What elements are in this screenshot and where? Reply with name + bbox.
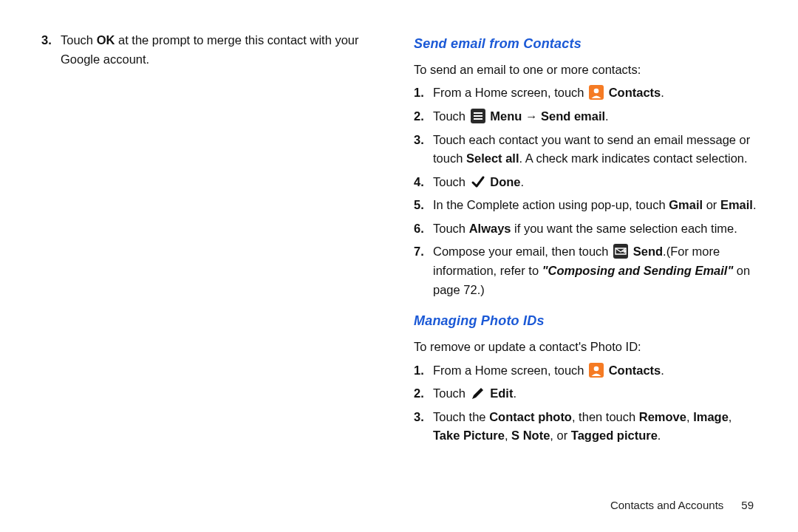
- email-intro: To send an email to one or more contacts…: [414, 61, 757, 80]
- photo-step-3: 3. Touch the Contact photo, then touch R…: [414, 408, 757, 446]
- step-text: Compose your email, then touch Send.(For…: [433, 245, 750, 296]
- step-pre: Touch: [433, 222, 469, 235]
- email-step-6: 6. Touch Always if you want the same sel…: [414, 219, 757, 239]
- email-step-4: 4. Touch Done.: [414, 173, 757, 192]
- step-text: From a Home screen, touch Contacts.: [433, 86, 664, 99]
- step-text: Touch Done.: [433, 175, 524, 188]
- step-text: Touch Menu → Send email.: [433, 109, 609, 123]
- step-post: .: [753, 198, 757, 211]
- step-post: if you want the same selection each time…: [511, 222, 737, 235]
- step-number: 3.: [414, 408, 424, 427]
- ok-label: OK: [97, 33, 115, 47]
- step-number: 1.: [414, 361, 424, 381]
- footer-page-number: 59: [741, 499, 754, 511]
- checkmark-icon: [471, 174, 485, 189]
- step-number: 6.: [414, 219, 424, 239]
- step-text: Touch OK at the prompt to merge this con…: [61, 33, 359, 66]
- step-post: .: [658, 429, 661, 442]
- step-post: .: [605, 109, 609, 123]
- step-number: 7.: [414, 242, 424, 262]
- step-number: 5.: [414, 196, 424, 215]
- comma-3: ,: [505, 429, 511, 442]
- step-pre: Touch: [433, 175, 469, 188]
- photo-steps-list: 1. From a Home screen, touch Contacts. 2…: [414, 361, 757, 446]
- svg-rect-4: [474, 115, 482, 117]
- section-title-photo-ids: Managing Photo IDs: [414, 311, 757, 332]
- snote-label: S Note: [511, 429, 550, 442]
- photo-step-1: 1. From a Home screen, touch Contacts.: [414, 361, 757, 381]
- step-post: .: [661, 86, 664, 99]
- step-number: 2.: [414, 107, 424, 126]
- step-pre: Compose your email, then touch: [433, 245, 612, 258]
- select-all-label: Select all: [466, 151, 519, 165]
- email-step-7: 7. Compose your email, then touch Send.(…: [414, 242, 757, 299]
- email-step-1: 1. From a Home screen, touch Contacts.: [414, 83, 757, 103]
- tagged-picture-label: Tagged picture: [571, 429, 658, 442]
- step-text: From a Home screen, touch Contacts.: [433, 364, 664, 377]
- step-pre: From a Home screen, touch: [433, 86, 587, 99]
- section-title-send-email: Send email from Contacts: [414, 34, 757, 55]
- done-label: Done: [490, 175, 520, 188]
- image-label: Image: [693, 410, 729, 423]
- send-icon: [613, 244, 628, 259]
- step-pre: Touch the: [433, 410, 489, 423]
- contacts-icon: [589, 363, 604, 378]
- step-post: .: [661, 364, 664, 377]
- take-picture-label: Take Picture: [433, 429, 505, 442]
- email-step-2: 2. Touch Menu → Send email.: [414, 107, 757, 126]
- email-steps-list: 1. From a Home screen, touch Contacts. 2…: [414, 83, 757, 299]
- or-text: , or: [550, 429, 570, 442]
- svg-rect-5: [474, 118, 482, 120]
- edit-label: Edit: [490, 386, 513, 400]
- photo-step-2: 2. Touch Edit.: [414, 384, 757, 403]
- step-text: Touch Always if you want the same select…: [433, 222, 737, 235]
- svg-point-1: [594, 89, 599, 94]
- send-email-label: Send email: [541, 109, 605, 123]
- step-pre: Touch: [433, 109, 469, 123]
- step-number: 3.: [414, 131, 424, 150]
- step-pre: Touch: [433, 386, 469, 400]
- step-text: Touch the Contact photo, then touch Remo…: [433, 410, 732, 443]
- step-number: 3.: [41, 31, 52, 50]
- contacts-label: Contacts: [609, 364, 661, 377]
- photo-intro: To remove or update a contact's Photo ID…: [414, 338, 757, 357]
- step-text: In the Complete action using pop-up, tou…: [433, 198, 757, 211]
- step-text: Touch Edit.: [433, 386, 516, 400]
- step-pre: In the Complete action using pop-up, tou…: [433, 198, 669, 211]
- step-post: .: [513, 386, 516, 400]
- step-post: . A check mark indicates contact selecti…: [519, 151, 748, 165]
- edit-icon: [471, 386, 485, 400]
- menu-icon: [471, 109, 485, 123]
- reference-text: "Composing and Sending Email": [542, 264, 734, 277]
- arrow-text: →: [522, 109, 541, 123]
- send-label: Send: [633, 245, 663, 258]
- menu-label: Menu: [490, 109, 522, 123]
- step-number: 1.: [414, 83, 424, 103]
- svg-point-8: [594, 366, 599, 371]
- step-text: Touch each contact you want to send an e…: [433, 133, 750, 166]
- svg-rect-3: [474, 112, 482, 114]
- page-footer: Contacts and Accounts 59: [610, 499, 754, 511]
- email-step-3: 3. Touch each contact you want to send a…: [414, 131, 757, 168]
- step-post: .: [520, 175, 524, 188]
- right-column: Send email from Contacts To send an emai…: [414, 30, 757, 510]
- gmail-label: Gmail: [669, 198, 703, 211]
- step-pre: From a Home screen, touch: [433, 364, 587, 377]
- remove-label: Remove: [639, 410, 686, 423]
- comma-2: ,: [729, 410, 732, 423]
- always-label: Always: [469, 222, 511, 235]
- step-number: 2.: [414, 384, 424, 403]
- comma-1: ,: [686, 410, 693, 423]
- email-step-5: 5. In the Complete action using pop-up, …: [414, 196, 757, 215]
- step-number: 4.: [414, 173, 424, 192]
- left-column: 3. Touch OK at the prompt to merge this …: [41, 30, 384, 510]
- or-text: or: [703, 198, 720, 211]
- contacts-label: Contacts: [609, 86, 661, 99]
- step-pre: Touch: [61, 33, 97, 47]
- then-text: , then touch: [572, 410, 639, 423]
- left-step-3: 3. Touch OK at the prompt to merge this …: [41, 31, 384, 69]
- contact-photo-label: Contact photo: [489, 410, 572, 423]
- footer-chapter: Contacts and Accounts: [610, 499, 723, 511]
- email-label: Email: [720, 198, 753, 211]
- left-steps-list: 3. Touch OK at the prompt to merge this …: [41, 31, 384, 69]
